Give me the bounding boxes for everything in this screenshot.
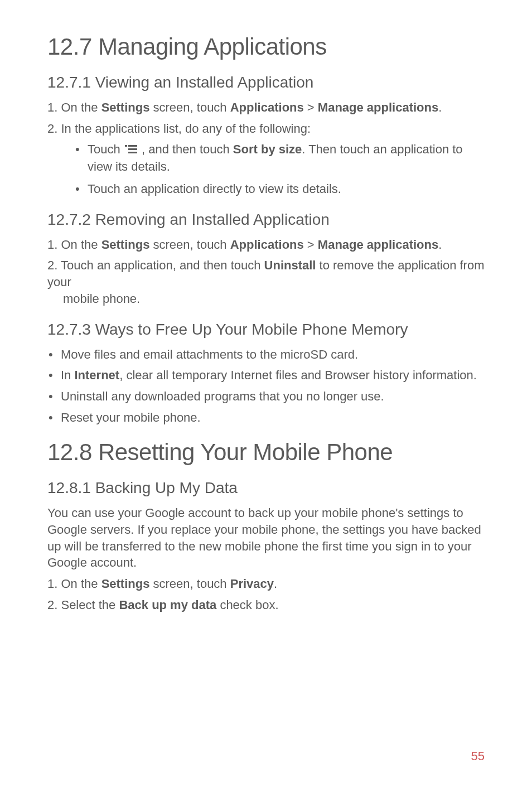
subsection-heading-12-7-3: 12.7.3 Ways to Free Up Your Mobile Phone… (47, 321, 485, 339)
text: 1. On the (47, 238, 101, 252)
text: > (304, 238, 318, 252)
section-heading-12-7: 12.7 Managing Applications (47, 33, 485, 60)
svg-rect-0 (125, 145, 127, 147)
subsection-12-7-3: 12.7.3 Ways to Free Up Your Mobile Phone… (47, 321, 485, 426)
bold-internet: Internet (74, 368, 119, 382)
list-item: Move files and email attachments to the … (47, 346, 485, 363)
text: Touch (88, 142, 124, 156)
step-2: 2. Touch an application, and then touch … (47, 257, 485, 307)
bold-settings: Settings (101, 100, 150, 114)
subsection-heading-12-8-1: 12.8.1 Backing Up My Data (47, 479, 485, 497)
bold-sort-by-size: Sort by size (233, 142, 302, 156)
text: check box. (216, 598, 278, 612)
text: . (438, 238, 442, 252)
list-item: Touch , and then touch Sort by size. The… (75, 141, 485, 175)
svg-rect-2 (128, 148, 137, 150)
text: 1. On the (47, 577, 101, 591)
bold-applications: Applications (230, 238, 304, 252)
subsection-heading-12-7-2: 12.7.2 Removing an Installed Application (47, 211, 485, 229)
list-item: Touch an application directly to view it… (75, 181, 485, 197)
text: , clear all temporary Internet files and… (119, 368, 477, 382)
step-1: 1. On the Settings screen, touch Applica… (47, 99, 485, 116)
text-continuation: mobile phone. (47, 291, 485, 307)
sub-bullet-list: Touch , and then touch Sort by size. The… (47, 141, 485, 197)
bold-settings: Settings (101, 238, 150, 252)
text: 2. Touch an application, and then touch (47, 258, 264, 272)
bold-privacy: Privacy (230, 577, 274, 591)
menu-icon (125, 142, 137, 159)
text: screen, touch (149, 238, 230, 252)
bold-uninstall: Uninstall (264, 258, 316, 272)
text: . (274, 577, 277, 591)
list-item: Reset your mobile phone. (47, 409, 485, 426)
section-heading-12-8: 12.8 Resetting Your Mobile Phone (47, 439, 485, 466)
text: In (61, 368, 74, 382)
paragraph: You can use your Google account to back … (47, 505, 485, 571)
subsection-12-7-1: 12.7.1 Viewing an Installed Application … (47, 74, 485, 197)
step-2: 2. In the applications list, do any of t… (47, 120, 485, 137)
subsection-12-8-1: 12.8.1 Backing Up My Data You can use yo… (47, 479, 485, 613)
bullet-list: Move files and email attachments to the … (47, 346, 485, 426)
text: screen, touch (149, 100, 230, 114)
list-item: In Internet, clear all temporary Interne… (47, 367, 485, 384)
page-number: 55 (471, 749, 485, 764)
step-1: 1. On the Settings screen, touch Privacy… (47, 576, 485, 592)
bold-manage-applications: Manage applications (318, 100, 438, 114)
text: > (304, 100, 318, 114)
step-2: 2. Select the Back up my data check box. (47, 597, 485, 614)
svg-rect-1 (128, 145, 137, 147)
text: 1. On the (47, 100, 101, 114)
text: 2. Select the (47, 598, 119, 612)
bold-manage-applications: Manage applications (318, 238, 438, 252)
bold-back-up-my-data: Back up my data (119, 598, 216, 612)
step-1: 1. On the Settings screen, touch Applica… (47, 236, 485, 253)
subsection-12-7-2: 12.7.2 Removing an Installed Application… (47, 211, 485, 307)
text: screen, touch (149, 577, 230, 591)
subsection-heading-12-7-1: 12.7.1 Viewing an Installed Application (47, 74, 485, 91)
svg-rect-3 (128, 152, 137, 153)
text: . (438, 100, 442, 114)
bold-applications: Applications (230, 100, 304, 114)
bold-settings: Settings (101, 577, 150, 591)
text: , and then touch (138, 142, 233, 156)
list-item: Uninstall any downloaded programs that y… (47, 388, 485, 405)
document-page: 12.7 Managing Applications 12.7.1 Viewin… (0, 0, 532, 797)
